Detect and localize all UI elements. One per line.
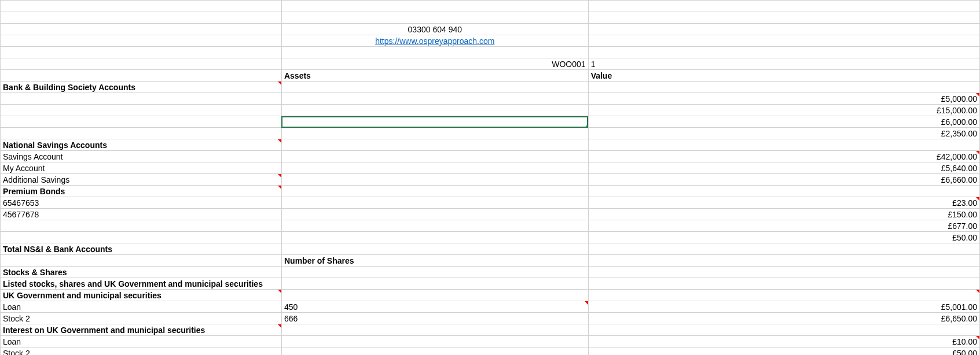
bank-building-section[interactable]: Bank & Building Society Accounts [1,82,282,93]
cell[interactable] [281,220,588,232]
cell[interactable] [281,82,588,93]
cell[interactable] [281,174,588,186]
label-cell[interactable]: Loan [1,336,282,347]
value-cell[interactable]: £10.00 [588,336,979,347]
shares-cell[interactable]: 666 [281,313,588,324]
cell[interactable] [281,105,588,116]
total-nsi-section[interactable]: Total NS&I & Bank Accounts [1,243,282,255]
cell[interactable] [588,278,979,290]
value-cell[interactable]: £5,001.00 [588,301,979,313]
cell[interactable] [588,12,979,24]
value-cell[interactable]: £50.00 [588,347,979,356]
label-cell[interactable]: Stock 2 [1,313,282,324]
value-cell[interactable]: £50.00 [588,232,979,243]
cell[interactable] [588,255,979,267]
cell[interactable] [1,47,282,58]
value-cell[interactable]: £6,000.00 [588,116,979,128]
cell[interactable] [588,24,979,35]
cell[interactable] [281,278,588,290]
uk-gov-section[interactable]: UK Government and municipal securities [1,290,282,301]
ref-code-cell[interactable]: WOO001 [281,58,588,70]
cell[interactable] [588,139,979,151]
url-cell[interactable]: https://www.ospreyapproach.com [281,35,588,47]
value-cell[interactable]: £677.00 [588,220,979,232]
cell[interactable] [588,35,979,47]
label-cell[interactable]: Savings Account [1,151,282,162]
shares-cell[interactable]: 450 [281,301,588,313]
cell[interactable] [1,128,282,139]
cell[interactable] [588,267,979,278]
value-cell[interactable]: £23.00 [588,197,979,209]
cell[interactable] [588,290,979,301]
cell[interactable] [281,197,588,209]
cell[interactable] [281,12,588,24]
cell[interactable] [281,243,588,255]
assets-header[interactable]: Assets [281,70,588,82]
cell[interactable] [1,255,282,267]
listed-section[interactable]: Listed stocks, shares and UK Government … [1,278,282,290]
value-cell[interactable]: £6,650.00 [588,313,979,324]
cell[interactable] [1,35,282,47]
label-cell[interactable]: Stock 2 [1,347,282,356]
cell[interactable] [1,105,282,116]
ref-number-cell[interactable]: 1 [588,58,979,70]
cell[interactable] [588,82,979,93]
premium-bonds-section[interactable]: Premium Bonds [1,186,282,197]
value-cell[interactable]: £5,000.00 [588,93,979,105]
cell[interactable] [281,47,588,58]
cell[interactable] [1,93,282,105]
stocks-shares-section[interactable]: Stocks & Shares [1,267,282,278]
spreadsheet-grid[interactable]: 03300 604 940 https://www.ospreyapproach… [0,0,980,355]
cell[interactable] [1,220,282,232]
value-cell[interactable]: £42,000.00 [588,151,979,162]
value-cell[interactable]: £5,640.00 [588,162,979,174]
value-cell[interactable]: £6,660.00 [588,174,979,186]
selected-cell[interactable] [281,116,588,128]
phone-cell[interactable]: 03300 604 940 [281,24,588,35]
label-cell[interactable]: My Account [1,162,282,174]
cell[interactable] [1,12,282,24]
label-cell[interactable]: 45677678 [1,209,282,220]
cell[interactable] [281,347,588,356]
cell[interactable] [281,93,588,105]
cell[interactable] [281,151,588,162]
cell[interactable] [1,1,282,12]
cell[interactable] [281,336,588,347]
national-savings-section[interactable]: National Savings Accounts [1,139,282,151]
cell[interactable] [281,232,588,243]
interest-uk-section[interactable]: Interest on UK Government and municipal … [1,324,282,336]
cell[interactable] [1,58,282,70]
cell[interactable] [281,324,588,336]
cell[interactable] [588,1,979,12]
cell[interactable] [588,324,979,336]
cell[interactable] [1,116,282,128]
cell[interactable] [1,70,282,82]
label-cell[interactable]: Loan [1,301,282,313]
cell[interactable] [588,186,979,197]
cell[interactable] [281,267,588,278]
cell[interactable] [281,139,588,151]
cell[interactable] [281,128,588,139]
number-shares-header[interactable]: Number of Shares [281,255,588,267]
website-link[interactable]: https://www.ospreyapproach.com [375,36,494,46]
value-cell[interactable]: £150.00 [588,209,979,220]
value-cell[interactable]: £2,350.00 [588,128,979,139]
cell[interactable] [1,232,282,243]
cell[interactable] [281,186,588,197]
cell[interactable] [281,209,588,220]
cell[interactable] [281,290,588,301]
cell[interactable] [281,1,588,12]
value-cell[interactable]: £15,000.00 [588,105,979,116]
cell[interactable] [281,162,588,174]
label-cell[interactable]: Additional Savings [1,174,282,186]
cell[interactable] [588,47,979,58]
value-header[interactable]: Value [588,70,979,82]
cell[interactable] [1,24,282,35]
cell[interactable] [588,243,979,255]
label-cell[interactable]: 65467653 [1,197,282,209]
